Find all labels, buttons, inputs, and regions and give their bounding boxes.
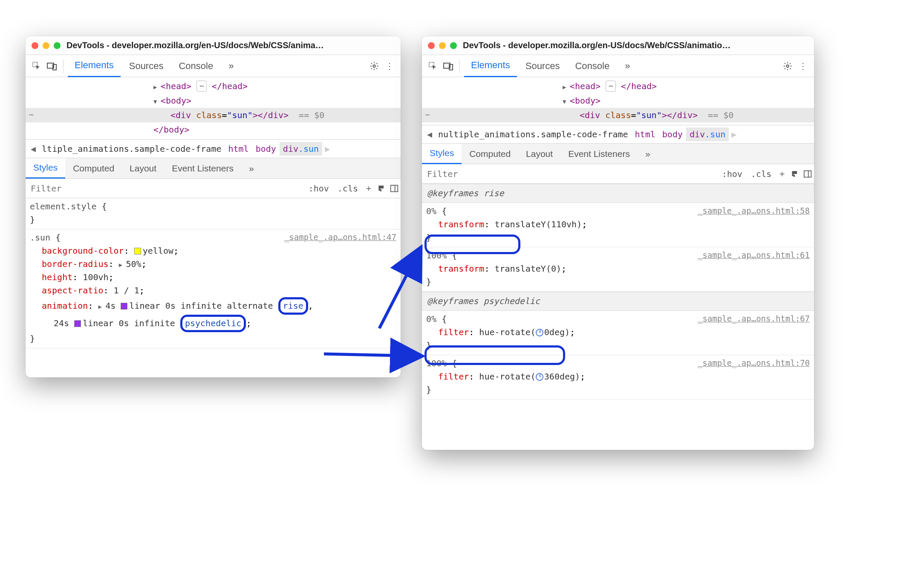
arrow-psychedelic [0, 0, 924, 562]
svg-line-15 [324, 354, 420, 356]
